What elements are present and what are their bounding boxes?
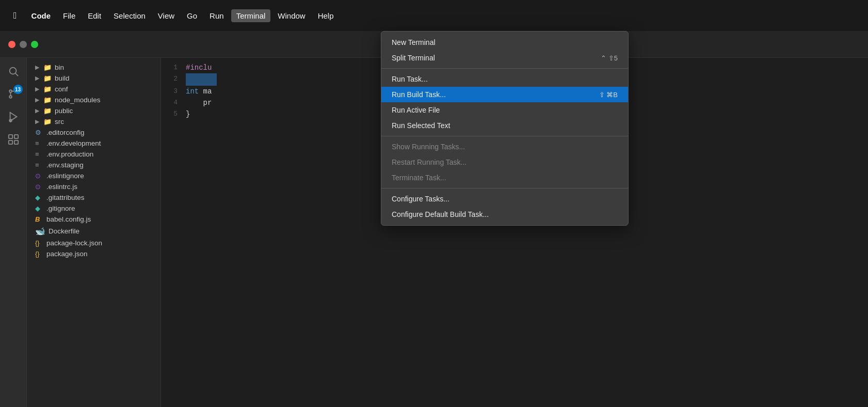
folder-icon: 📁	[43, 64, 52, 71]
menu-item-label: Configure Default Build Task...	[392, 210, 618, 218]
list-item[interactable]: ≡ .env.production	[27, 149, 160, 160]
chevron-right-icon: ▶	[35, 97, 39, 103]
menu-item-label: New Terminal	[392, 38, 618, 46]
menu-item-label: Run Task...	[392, 75, 618, 83]
file-label: .gitignore	[46, 205, 75, 212]
svg-point-4	[9, 96, 12, 98]
minimize-button[interactable]	[20, 41, 27, 48]
list-item[interactable]: ▶ 📁 conf	[27, 84, 160, 95]
list-item[interactable]: ⚙ .editorconfig	[27, 127, 160, 138]
menu-item-show-running-tasks: Show Running Tasks...	[381, 139, 628, 154]
menu-item-configure-default-build-task[interactable]: Configure Default Build Task...	[381, 207, 628, 222]
source-control-badge: 13	[13, 85, 23, 94]
menu-item-label: Terminate Task...	[392, 174, 618, 182]
list-item[interactable]: {} package-lock.json	[27, 238, 160, 248]
menu-item-split-terminal[interactable]: Split Terminal ⌃ ⇧5	[381, 50, 628, 66]
folder-icon: 📁	[43, 118, 52, 126]
file-label: node_modules	[55, 96, 101, 104]
run-debug-icon[interactable]	[4, 107, 23, 126]
list-item[interactable]: ≡ .env.development	[27, 138, 160, 149]
line-number: 1	[161, 62, 186, 73]
svg-rect-11	[14, 140, 18, 144]
menu-item-new-terminal[interactable]: New Terminal	[381, 35, 628, 50]
menu-item-run-build-task[interactable]: Run Build Task... ⇧ ⌘B	[381, 87, 628, 102]
menu-terminal[interactable]: Terminal	[231, 9, 271, 22]
close-button[interactable]	[8, 41, 15, 48]
menu-go[interactable]: Go	[182, 9, 202, 22]
menu-item-label: Configure Tasks...	[392, 195, 618, 203]
apple-menu[interactable]: 	[8, 8, 22, 23]
file-label: .eslintrc.js	[46, 183, 77, 191]
list-item[interactable]: ◆ .gitattributes	[27, 192, 160, 203]
file-label: package-lock.json	[46, 239, 102, 247]
list-item[interactable]: ▶ 📁 node_modules	[27, 95, 160, 105]
menu-separator	[381, 136, 628, 136]
svg-rect-9	[14, 135, 18, 138]
file-label: babel.config.js	[46, 215, 91, 223]
maximize-button[interactable]	[31, 41, 38, 48]
list-item[interactable]: ⊙ .eslintrc.js	[27, 181, 160, 192]
menu-edit[interactable]: Edit	[83, 9, 106, 22]
eslint-icon: ⊙	[35, 183, 43, 191]
chevron-right-icon: ▶	[35, 107, 39, 114]
svg-rect-8	[8, 135, 12, 138]
list-item[interactable]: ⊙ .eslintignore	[27, 170, 160, 181]
menu-shortcut: ⌃ ⇧5	[601, 54, 618, 62]
list-item[interactable]: ▶ 📁 src	[27, 116, 160, 127]
search-icon[interactable]	[4, 62, 23, 81]
file-label: public	[55, 107, 73, 115]
menu-item-label: Split Terminal	[392, 54, 597, 62]
menu-help[interactable]: Help	[313, 9, 339, 22]
file-label: .eslintignore	[46, 172, 84, 180]
text-file-icon: ≡	[35, 139, 43, 147]
file-label: .env.staging	[46, 161, 84, 169]
line-number: 3	[161, 86, 186, 97]
list-item[interactable]: 🐋 Dockerfile	[27, 225, 160, 238]
babel-icon: B	[35, 215, 43, 223]
line-number: 4	[161, 97, 186, 108]
svg-rect-10	[8, 140, 12, 144]
line-code: int ma	[186, 86, 212, 97]
svg-point-2	[9, 90, 12, 92]
list-item[interactable]: ▶ 📁 build	[27, 73, 160, 84]
docker-icon: 🐋	[35, 226, 45, 236]
list-item[interactable]: ▶ 📁 public	[27, 105, 160, 116]
menu-file[interactable]: File	[58, 9, 81, 22]
line-code: #inclu	[186, 62, 212, 73]
menu-item-run-task[interactable]: Run Task...	[381, 71, 628, 87]
file-explorer: ▶ 📁 bin ▶ 📁 build ▶ 📁 conf ▶ 📁 node_modu…	[27, 58, 161, 407]
list-item[interactable]: {} package.json	[27, 248, 160, 259]
git-icon: ◆	[35, 205, 43, 212]
line-number: 2	[161, 73, 186, 86]
text-file-icon: ≡	[35, 161, 43, 169]
eslintignore-icon: ⊙	[35, 172, 43, 180]
list-item[interactable]: ≡ .env.staging	[27, 160, 160, 170]
line-code: pr	[186, 97, 212, 108]
folder-icon: 📁	[43, 107, 52, 115]
menu-code[interactable]: Code	[26, 9, 56, 22]
menu-item-configure-tasks[interactable]: Configure Tasks...	[381, 191, 628, 207]
list-item[interactable]: B babel.config.js	[27, 214, 160, 225]
menu-item-run-active-file[interactable]: Run Active File	[381, 102, 628, 118]
json-icon: {}	[35, 239, 43, 247]
file-label: package.json	[46, 250, 88, 258]
source-control-icon[interactable]: 13	[4, 85, 23, 103]
menu-item-run-selected-text[interactable]: Run Selected Text	[381, 118, 628, 133]
menu-view[interactable]: View	[153, 9, 180, 22]
menu-selection[interactable]: Selection	[108, 9, 151, 22]
terminal-menu: New Terminal Split Terminal ⌃ ⇧5 Run Tas…	[381, 31, 629, 226]
list-item[interactable]: ▶ 📁 bin	[27, 62, 160, 73]
folder-icon: 📁	[43, 96, 52, 104]
folder-icon: 📁	[43, 74, 52, 82]
git-icon: ◆	[35, 194, 43, 201]
text-file-icon: ≡	[35, 150, 43, 158]
chevron-right-icon: ▶	[35, 86, 39, 92]
file-label: .env.development	[46, 139, 101, 147]
menu-item-terminate-task: Terminate Task...	[381, 170, 628, 185]
menu-run[interactable]: Run	[204, 9, 229, 22]
extensions-icon[interactable]	[4, 130, 23, 149]
chevron-right-icon: ▶	[35, 75, 39, 82]
folder-icon: 📁	[43, 85, 52, 93]
menu-window[interactable]: Window	[272, 9, 310, 22]
list-item[interactable]: ◆ .gitignore	[27, 203, 160, 214]
